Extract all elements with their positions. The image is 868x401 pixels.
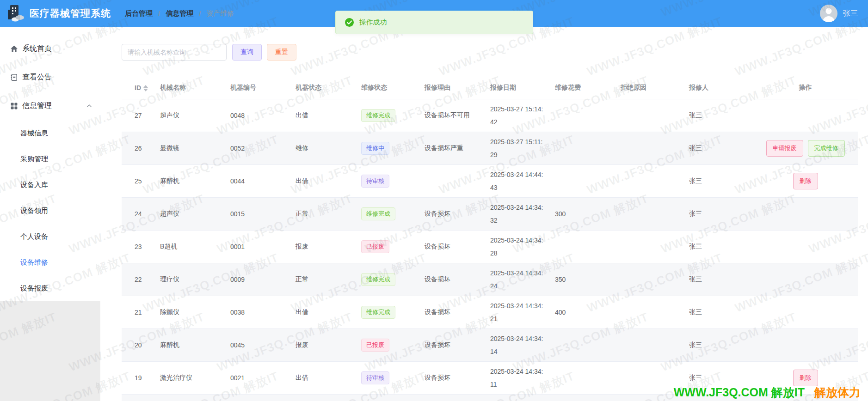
sidebar-item-link[interactable]: 查看公告 [0, 63, 100, 91]
column-header: 拒绝原因 [616, 77, 684, 99]
table-cell: 维修中 [357, 132, 420, 164]
table-cell: 麻醉机 [155, 328, 226, 361]
table-cell [616, 328, 684, 361]
search-input[interactable] [122, 44, 227, 61]
table-row: 27超声仪0048出借维修完成设备损坏不可用2025-03-27 15:14:4… [122, 99, 858, 132]
repair-status-tag: 维修完成 [361, 306, 395, 319]
table-cell [550, 164, 616, 197]
table-cell: 设备损坏 [420, 361, 486, 394]
table-cell: 激光治疗仪 [155, 361, 226, 394]
table-cell [753, 99, 858, 132]
table-cell [753, 263, 858, 296]
table-cell: 正常 [291, 263, 357, 296]
table-cell: 申请报废完成维修 [753, 132, 858, 164]
table-cell [616, 132, 684, 164]
sidebar-item-link[interactable]: 信息管理 [0, 91, 100, 120]
row-action-button[interactable]: 申请报废 [766, 140, 803, 157]
table-cell: 超声仪 [155, 197, 226, 230]
sidebar-item-active[interactable]: 设备维修 [0, 249, 100, 275]
table-row-partial [122, 395, 858, 401]
breadcrumb-item-current: 资产维修 [206, 9, 234, 18]
repair-status-tag: 维修中 [361, 142, 389, 155]
main-content: 查询 重置 ID机械名称机器编号机器状态维修状态报修理由报修日期维修花费拒绝原因… [100, 27, 868, 401]
row-action-button[interactable]: 删除 [793, 173, 818, 189]
app-logo-building-icon [6, 5, 25, 22]
table-cell: 0021 [226, 361, 291, 394]
table-row: 25麻醉机0044出借待审核2025-03-24 14:44:43张三删除 [122, 164, 858, 197]
table-cell: 27 [122, 99, 155, 132]
success-toast: 操作成功 [335, 11, 533, 34]
sidebar-item-label: 器械信息 [20, 129, 48, 138]
column-header: 报修日期 [486, 77, 550, 99]
report-date-cell: 2025-03-24 14:44:43 [486, 164, 550, 197]
table-cell: 维修完成 [357, 99, 420, 132]
check-circle-icon [345, 18, 354, 27]
table-cell: 0044 [226, 164, 291, 197]
row-action-button[interactable]: 删除 [793, 370, 818, 386]
column-header: 报修人 [684, 77, 753, 99]
sidebar-item-label: 个人设备 [20, 232, 48, 241]
table-cell: 300 [550, 197, 616, 230]
breadcrumb-item[interactable]: 信息管理 [166, 9, 193, 18]
table-cell: 张三 [684, 164, 753, 197]
table-cell [616, 164, 684, 197]
row-action-button[interactable]: 完成维修 [808, 140, 845, 157]
table-cell: 23 [122, 230, 155, 263]
sort-ascending-icon[interactable] [143, 85, 148, 88]
table-cell [616, 230, 684, 263]
sidebar-item-link[interactable]: 采购管理 [0, 146, 100, 172]
column-header-label: ID [135, 84, 141, 91]
table-cell: 0045 [226, 328, 291, 361]
table-cell: 已报废 [357, 230, 420, 263]
query-button[interactable]: 查询 [232, 44, 262, 61]
reset-button[interactable]: 重置 [267, 44, 296, 61]
table-cell: 设备损坏 [420, 197, 486, 230]
sidebar-item-label: 信息管理 [22, 101, 52, 111]
notice-icon [10, 73, 18, 81]
user-name[interactable]: 张三 [843, 9, 858, 18]
sidebar-item-link[interactable]: 系统首页 [0, 34, 100, 63]
table-cell [550, 328, 616, 361]
table-cell: 维修完成 [357, 263, 420, 296]
column-header: 机器编号 [226, 77, 291, 99]
sidebar-item-label: 采购管理 [20, 155, 48, 164]
table-cell: 张三 [684, 328, 753, 361]
table-cell: 显微镜 [155, 132, 226, 164]
header-user-area: 张三 [820, 5, 858, 22]
table-cell [550, 361, 616, 394]
table-cell: 设备损坏 [420, 230, 486, 263]
sort-carets-icon[interactable] [143, 85, 148, 91]
breadcrumb-item[interactable]: 后台管理 [125, 9, 153, 18]
column-header-label: 操作 [799, 84, 812, 91]
column-header[interactable]: ID [122, 77, 155, 99]
sidebar-item-label: 系统首页 [22, 44, 52, 54]
table-cell: 理疗仪 [155, 263, 226, 296]
sidebar-item-link[interactable]: 设备报废 [0, 275, 100, 301]
repair-table: ID机械名称机器编号机器状态维修状态报修理由报修日期维修花费拒绝原因报修人操作 … [122, 77, 858, 395]
table-cell: 25 [122, 164, 155, 197]
table-cell: 正常 [291, 197, 357, 230]
table-cell: 张三 [684, 197, 753, 230]
table-cell: 0038 [226, 296, 291, 328]
user-avatar[interactable] [820, 5, 837, 22]
table-cell: 22 [122, 263, 155, 296]
column-header-label: 机械名称 [160, 84, 186, 91]
sidebar-item-link[interactable]: 器械信息 [0, 120, 100, 146]
table-row: 21除颤仪0038出借维修完成设备损坏2025-03-24 14:34:2140… [122, 296, 858, 328]
sidebar-item-link[interactable]: 个人设备 [0, 224, 100, 249]
report-date-cell: 2025-03-24 14:34:32 [486, 197, 550, 230]
table-cell: 超声仪 [155, 99, 226, 132]
person-icon [820, 5, 837, 22]
table-cell: 维修完成 [357, 197, 420, 230]
sidebar-item-link[interactable]: 设备入库 [0, 172, 100, 198]
sidebar-item-label: 设备入库 [20, 181, 48, 189]
report-date-cell: 2025-03-24 14:34:14 [486, 328, 550, 361]
sidebar-footer-area [0, 301, 100, 401]
sort-descending-icon[interactable] [143, 89, 148, 91]
column-header: 机械名称 [155, 77, 226, 99]
table-cell: 0048 [226, 99, 291, 132]
sidebar: 系统首页查看公告信息管理器械信息采购管理设备入库设备领用个人设备设备维修设备报废 [0, 27, 100, 401]
table-cell: 张三 [684, 230, 753, 263]
sidebar-item-link[interactable]: 设备领用 [0, 198, 100, 224]
table-cell: 设备损坏不可用 [420, 99, 486, 132]
